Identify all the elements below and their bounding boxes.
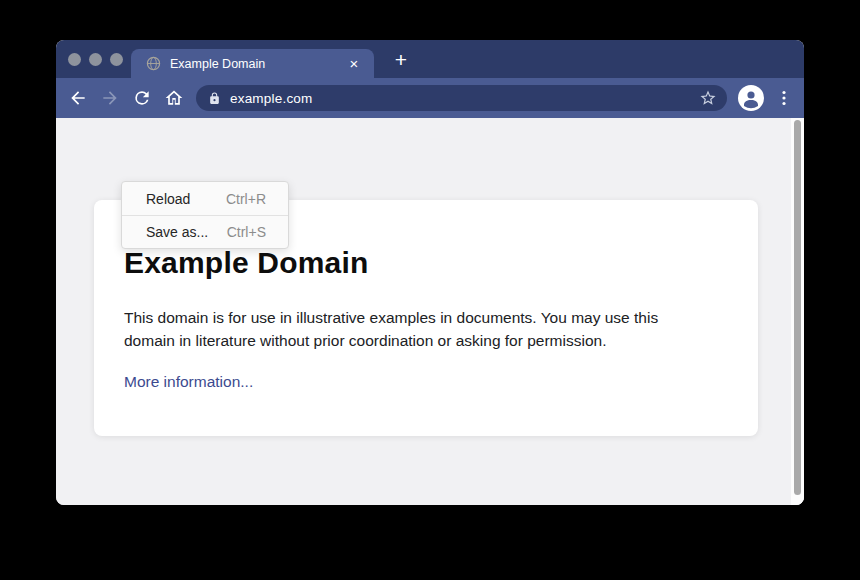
traffic-lights — [68, 53, 123, 66]
url-text[interactable]: example.com — [230, 91, 699, 106]
new-tab-button[interactable]: + — [388, 47, 414, 73]
tab-close-icon[interactable]: × — [346, 56, 362, 71]
menu-item-shortcut: Ctrl+S — [227, 224, 266, 240]
scrollbar-thumb[interactable] — [794, 120, 801, 495]
address-bar[interactable]: example.com — [196, 85, 727, 111]
arrow-left-icon — [68, 88, 88, 108]
title-bar: Example Domain × + — [56, 40, 804, 78]
context-menu-item-save-as[interactable]: Save as... Ctrl+S — [122, 215, 288, 248]
page-paragraph: This domain is for use in illustrative e… — [124, 306, 728, 352]
context-menu: Reload Ctrl+R Save as... Ctrl+S — [121, 181, 289, 249]
page-title: Example Domain — [124, 246, 728, 280]
forward-button[interactable] — [99, 87, 121, 109]
home-icon — [164, 88, 184, 108]
context-menu-item-reload[interactable]: Reload Ctrl+R — [122, 182, 288, 215]
arrow-right-icon — [100, 88, 120, 108]
menu-item-shortcut: Ctrl+R — [226, 191, 266, 207]
menu-item-label: Save as... — [146, 224, 227, 240]
tab-example-domain[interactable]: Example Domain × — [131, 49, 374, 78]
menu-item-label: Reload — [146, 191, 226, 207]
overflow-menu-icon[interactable] — [775, 89, 793, 107]
tab-title: Example Domain — [170, 57, 346, 71]
bookmark-star-icon[interactable] — [699, 89, 717, 107]
reload-button[interactable] — [131, 87, 153, 109]
profile-avatar-icon[interactable] — [738, 85, 764, 111]
home-button[interactable] — [163, 87, 185, 109]
page-viewport: Reload Ctrl+R Save as... Ctrl+S Example … — [56, 118, 804, 505]
window-minimize-button[interactable] — [89, 53, 102, 66]
window-close-button[interactable] — [68, 53, 81, 66]
navigation-toolbar: example.com — [56, 78, 804, 118]
back-button[interactable] — [67, 87, 89, 109]
padlock-icon — [208, 92, 221, 105]
browser-window: Example Domain × + — [56, 40, 804, 505]
paragraph-line: domain in literature without prior coord… — [124, 329, 728, 352]
refresh-icon — [132, 88, 152, 108]
more-information-link[interactable]: More information... — [124, 373, 253, 391]
paragraph-line: This domain is for use in illustrative e… — [124, 306, 728, 329]
scrollbar-track[interactable] — [791, 118, 804, 505]
window-zoom-button[interactable] — [110, 53, 123, 66]
globe-favicon-icon — [146, 56, 161, 71]
